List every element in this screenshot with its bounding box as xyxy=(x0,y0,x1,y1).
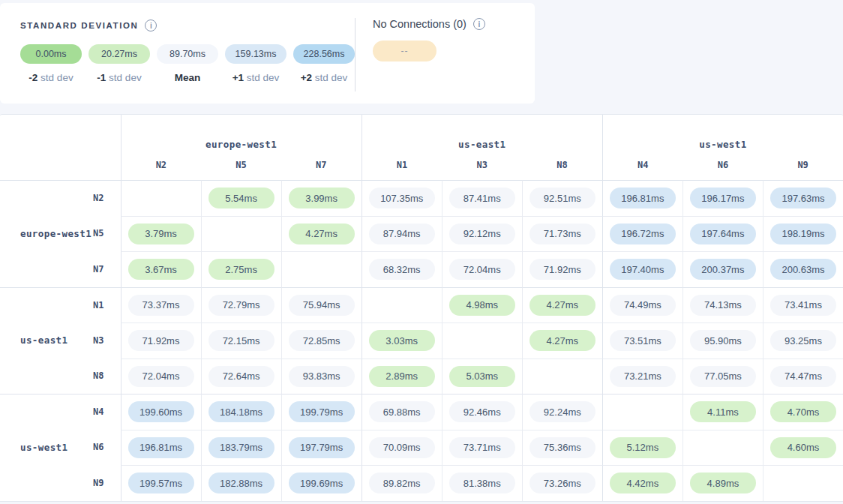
latency-pill[interactable]: 5.12ms xyxy=(610,437,676,458)
latency-cell[interactable]: 199.69ms xyxy=(281,465,362,501)
latency-cell[interactable]: 4.11ms xyxy=(682,394,763,430)
latency-cell[interactable]: 81.38ms xyxy=(442,465,522,501)
latency-cell[interactable]: 2.89ms xyxy=(362,358,442,394)
latency-cell[interactable]: 73.21ms xyxy=(602,358,682,394)
latency-pill[interactable]: 4.27ms xyxy=(530,330,596,351)
latency-cell[interactable]: 73.41ms xyxy=(763,287,843,323)
latency-pill[interactable]: 184.18ms xyxy=(208,401,274,422)
latency-cell[interactable]: 200.63ms xyxy=(763,251,843,287)
latency-pill[interactable]: 200.37ms xyxy=(690,259,756,280)
latency-cell[interactable]: 5.54ms xyxy=(201,180,281,216)
latency-pill[interactable]: 107.35ms xyxy=(369,188,435,208)
latency-cell[interactable]: 197.79ms xyxy=(281,430,362,466)
latency-cell[interactable]: 196.17ms xyxy=(682,180,763,216)
latency-pill[interactable]: 197.64ms xyxy=(690,224,756,244)
latency-cell[interactable]: 4.27ms xyxy=(281,216,362,252)
column-region-label[interactable]: us-west1 xyxy=(603,139,843,150)
latency-cell[interactable]: 196.81ms xyxy=(602,180,682,216)
latency-cell[interactable]: 93.25ms xyxy=(763,322,843,358)
latency-cell[interactable]: 95.90ms xyxy=(682,322,763,358)
latency-cell[interactable]: 75.94ms xyxy=(281,287,362,323)
latency-cell[interactable]: 182.88ms xyxy=(201,465,281,501)
latency-pill[interactable]: 92.12ms xyxy=(449,224,515,244)
latency-cell[interactable]: 71.73ms xyxy=(522,216,602,252)
latency-cell[interactable]: 71.92ms xyxy=(522,251,602,287)
latency-pill[interactable]: 3.67ms xyxy=(128,259,194,280)
latency-pill[interactable]: 196.72ms xyxy=(610,224,676,244)
latency-pill[interactable]: 199.79ms xyxy=(289,401,355,422)
latency-pill[interactable]: 71.92ms xyxy=(530,259,596,280)
latency-pill[interactable]: 73.51ms xyxy=(610,330,676,351)
latency-pill[interactable]: 89.82ms xyxy=(369,472,435,494)
latency-cell[interactable]: 72.04ms xyxy=(442,251,522,287)
latency-pill[interactable]: 196.81ms xyxy=(128,437,194,458)
latency-pill[interactable]: 3.03ms xyxy=(369,330,435,351)
latency-cell[interactable]: 87.94ms xyxy=(362,216,442,252)
latency-pill[interactable]: 4.27ms xyxy=(289,224,355,244)
latency-pill[interactable]: 4.98ms xyxy=(449,295,515,316)
latency-pill[interactable]: 4.60ms xyxy=(770,437,836,458)
latency-pill[interactable]: 74.13ms xyxy=(690,295,756,316)
latency-cell[interactable]: 70.09ms xyxy=(362,430,442,466)
latency-cell[interactable]: 199.79ms xyxy=(281,394,362,430)
latency-pill[interactable]: 68.32ms xyxy=(369,259,435,280)
latency-pill[interactable]: 196.81ms xyxy=(610,188,676,208)
latency-pill[interactable]: 196.17ms xyxy=(690,188,756,208)
latency-pill[interactable]: 197.63ms xyxy=(770,188,836,208)
latency-cell[interactable]: 92.46ms xyxy=(442,394,522,430)
latency-cell[interactable]: 73.51ms xyxy=(602,322,682,358)
latency-cell[interactable]: 93.83ms xyxy=(281,358,362,394)
latency-pill[interactable]: 199.57ms xyxy=(128,472,194,494)
latency-cell[interactable]: 4.42ms xyxy=(602,465,682,501)
latency-cell[interactable]: 196.72ms xyxy=(602,216,682,252)
latency-cell[interactable]: 197.63ms xyxy=(763,180,843,216)
latency-pill[interactable]: 75.36ms xyxy=(530,437,596,458)
latency-pill[interactable]: 198.19ms xyxy=(770,224,836,244)
latency-cell[interactable]: 4.27ms xyxy=(522,287,602,323)
latency-cell[interactable]: 89.82ms xyxy=(362,465,442,501)
latency-pill[interactable]: 4.89ms xyxy=(690,472,756,494)
latency-cell[interactable]: 198.19ms xyxy=(763,216,843,252)
latency-cell[interactable]: 73.71ms xyxy=(442,430,522,466)
latency-cell[interactable]: 72.85ms xyxy=(281,322,362,358)
latency-pill[interactable]: 3.99ms xyxy=(289,188,355,208)
latency-cell[interactable]: 75.36ms xyxy=(522,430,602,466)
latency-pill[interactable]: 72.04ms xyxy=(128,366,194,387)
latency-pill[interactable]: 75.94ms xyxy=(289,295,355,316)
latency-pill[interactable]: 199.69ms xyxy=(289,472,355,494)
latency-cell[interactable]: 2.75ms xyxy=(201,251,281,287)
latency-pill[interactable]: 72.64ms xyxy=(208,366,274,387)
latency-pill[interactable]: 93.83ms xyxy=(289,366,355,387)
latency-cell[interactable]: 5.12ms xyxy=(602,430,682,466)
latency-pill[interactable]: 87.94ms xyxy=(369,224,435,244)
latency-cell[interactable]: 72.79ms xyxy=(201,287,281,323)
latency-pill[interactable]: 73.41ms xyxy=(770,295,836,316)
latency-pill[interactable]: 200.63ms xyxy=(770,259,836,280)
column-region-label[interactable]: europe-west1 xyxy=(122,139,362,150)
latency-pill[interactable]: 2.89ms xyxy=(369,366,435,387)
latency-cell[interactable]: 4.27ms xyxy=(522,322,602,358)
latency-cell[interactable]: 73.37ms xyxy=(121,287,201,323)
latency-cell[interactable]: 199.57ms xyxy=(121,465,201,501)
latency-pill[interactable]: 73.21ms xyxy=(610,366,676,387)
row-region-label[interactable]: europe-west1 xyxy=(20,228,92,239)
latency-pill[interactable]: 95.90ms xyxy=(690,330,756,351)
latency-cell[interactable]: 183.79ms xyxy=(201,430,281,466)
latency-pill[interactable]: 3.79ms xyxy=(128,224,194,244)
column-region-label[interactable]: us-east1 xyxy=(362,139,602,150)
latency-pill[interactable]: 72.15ms xyxy=(208,330,274,351)
latency-pill[interactable]: 87.41ms xyxy=(449,188,515,208)
latency-cell[interactable]: 92.12ms xyxy=(442,216,522,252)
latency-cell[interactable]: 71.92ms xyxy=(121,322,201,358)
latency-cell[interactable]: 69.88ms xyxy=(362,394,442,430)
latency-pill[interactable]: 92.46ms xyxy=(449,401,515,422)
latency-cell[interactable]: 4.98ms xyxy=(442,287,522,323)
latency-cell[interactable]: 73.26ms xyxy=(522,465,602,501)
latency-pill[interactable]: 4.27ms xyxy=(530,295,596,316)
latency-pill[interactable]: 197.79ms xyxy=(289,437,355,458)
latency-cell[interactable]: 184.18ms xyxy=(201,394,281,430)
latency-cell[interactable]: 74.13ms xyxy=(682,287,763,323)
latency-cell[interactable]: 5.03ms xyxy=(442,358,522,394)
row-region-label[interactable]: us-east1 xyxy=(20,334,68,346)
latency-cell[interactable]: 92.51ms xyxy=(522,180,602,216)
